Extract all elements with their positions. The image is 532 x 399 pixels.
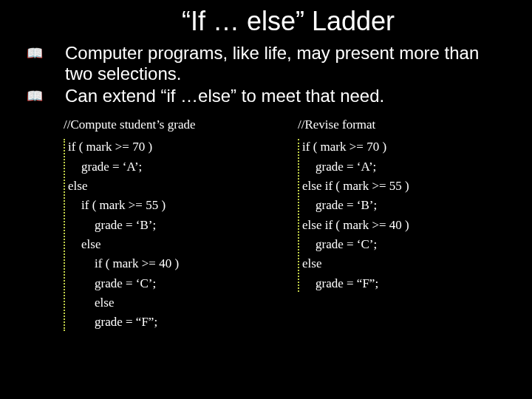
bullet-text: Can extend “if …else” to meet that need.: [65, 86, 384, 106]
code-columns: //Compute student’s grade if ( mark >= 7…: [22, 115, 510, 332]
code-line: else: [302, 254, 510, 273]
code-heading: //Revise format: [298, 115, 510, 134]
code-line: if ( mark >= 70 ): [68, 137, 276, 157]
code-line: if ( mark >= 40 ): [68, 254, 276, 273]
code-line: else: [68, 177, 276, 196]
book-icon: 📖: [22, 43, 65, 64]
code-line: grade = ‘C’;: [302, 235, 510, 254]
slide-title: “If … else” Ladder: [22, 6, 510, 37]
code-line: grade = ‘A’;: [68, 157, 276, 177]
bullet-item: 📖 Can extend “if …else” to meet that nee…: [22, 86, 510, 106]
code-line: grade = “F”;: [302, 274, 510, 293]
bullet-text: Computer programs, like life, may presen…: [65, 43, 510, 84]
code-heading: //Compute student’s grade: [64, 115, 276, 134]
code-line: if ( mark >= 55 ): [68, 196, 276, 215]
code-line: grade = ‘C’;: [68, 274, 276, 293]
code-line: grade = “F”;: [68, 313, 276, 332]
code-line: if ( mark >= 70 ): [302, 137, 510, 157]
bullet-list: 📖 Computer programs, like life, may pres…: [22, 43, 510, 106]
dotted-bar-icon: [298, 139, 299, 292]
book-icon: 📖: [22, 86, 65, 106]
bullet-item: 📖 Computer programs, like life, may pres…: [22, 43, 510, 84]
code-column-left: //Compute student’s grade if ( mark >= 7…: [64, 115, 276, 332]
code-block-right: if ( mark >= 70 ) grade = ‘A’; else if (…: [298, 137, 510, 293]
code-line: grade = ‘B’;: [302, 196, 510, 215]
code-block-left: if ( mark >= 70 ) grade = ‘A’; else if (…: [64, 137, 276, 332]
dotted-bar-icon: [64, 139, 65, 330]
code-line: else if ( mark >= 40 ): [302, 216, 510, 235]
code-column-right: //Revise format if ( mark >= 70 ) grade …: [298, 115, 510, 332]
slide: “If … else” Ladder 📖 Computer programs, …: [0, 0, 532, 399]
code-line: else: [68, 235, 276, 254]
code-line: grade = ‘B’;: [68, 216, 276, 235]
code-line: else if ( mark >= 55 ): [302, 177, 510, 196]
code-line: grade = ‘A’;: [302, 157, 510, 177]
code-line: else: [68, 293, 276, 313]
